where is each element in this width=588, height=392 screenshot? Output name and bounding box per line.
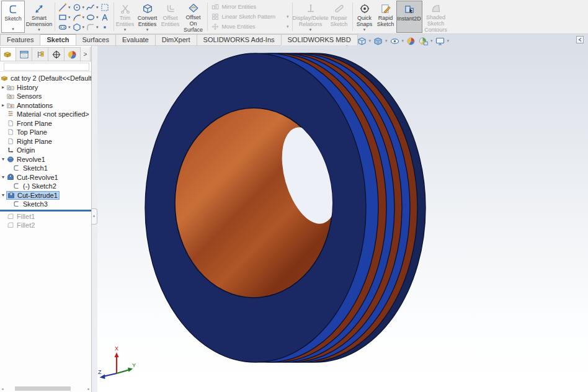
tree-item-cut-extrude1[interactable]: ▾ Cut-Extrude1 xyxy=(0,191,91,200)
expand-arrow[interactable]: ▾ xyxy=(0,156,6,162)
tree-item-annotations[interactable]: ▸ Annotations xyxy=(0,101,91,110)
point-icon xyxy=(100,22,110,32)
annotations-folder-icon xyxy=(6,101,15,110)
sketch-dropdown-caret[interactable]: ▾ xyxy=(12,27,14,32)
revolve-icon xyxy=(6,155,15,164)
rapid-sketch-button[interactable]: Rapid Sketch xyxy=(375,1,396,33)
rectangle-icon xyxy=(58,12,68,22)
convert-entities-caret[interactable]: ▾ xyxy=(146,27,149,33)
mirror-entities-icon xyxy=(211,2,220,11)
command-manager-ribbon: Sketch ▾ Smart Dimension ▾ ▾ ▾ ▾ ▾ ▾ ▾ xyxy=(0,0,588,34)
featuremanager-tab[interactable] xyxy=(0,47,16,61)
convert-entities-button[interactable]: Convert Entities ▾ xyxy=(135,1,160,33)
tab-surfaces[interactable]: Surfaces xyxy=(76,34,116,45)
polygon-tool[interactable]: ▾ xyxy=(72,22,85,32)
pattern-tools-column: Mirror Entities Linear Sketch Pattern ▾ … xyxy=(209,1,291,33)
triad-x-label: X xyxy=(115,345,118,352)
tree-item-sketch2[interactable]: (-) Sketch2 xyxy=(0,182,91,191)
ellipse-tool[interactable]: ▾ xyxy=(86,12,99,22)
line-icon xyxy=(58,2,68,12)
sketch-picture-icon xyxy=(100,2,110,12)
tree-item-fillet2[interactable]: Fillet2 xyxy=(0,221,91,230)
smart-dimension-dropdown-caret[interactable]: ▾ xyxy=(38,27,40,33)
arc-tool[interactable]: ▾ xyxy=(72,12,85,22)
tree-item-top-plane[interactable]: Top Plane xyxy=(0,128,91,137)
tree-item-cut-revolve1[interactable]: ▾ Cut-Revolve1 xyxy=(0,173,91,182)
scroll-right-arrow[interactable]: ▸ xyxy=(86,386,91,391)
tree-item-sensors[interactable]: Sensors xyxy=(0,92,91,101)
move-entities-button: Move Entities ▾ xyxy=(211,22,289,32)
displaymanager-tab[interactable] xyxy=(65,47,81,61)
tree-filter-input[interactable] xyxy=(4,63,89,71)
tree-item-fillet1[interactable]: Fillet1 xyxy=(0,212,91,221)
mirror-entities-button: Mirror Entities xyxy=(211,2,289,12)
history-folder-icon xyxy=(6,83,15,92)
ribbon-separator xyxy=(207,2,208,31)
convert-entities-icon xyxy=(142,2,153,15)
configurationmanager-icon xyxy=(35,50,46,60)
model-cat-toy-2[interactable]: X Y Z xyxy=(97,34,588,392)
repair-sketch-icon xyxy=(334,2,345,15)
expand-arrow[interactable]: ▾ xyxy=(0,174,6,180)
featuremanager-tree-icon xyxy=(2,50,14,60)
cut-extrude-icon xyxy=(7,191,16,200)
tree-item-part-root[interactable]: cat toy 2 (Default<<Default>_Display xyxy=(0,74,91,83)
fillet-icon xyxy=(6,212,15,221)
tab-evaluate[interactable]: Evaluate xyxy=(116,34,156,45)
tree-item-sketch1[interactable]: Sketch1 xyxy=(0,164,91,173)
tab-sketch[interactable]: Sketch xyxy=(40,34,76,45)
text-tool[interactable] xyxy=(100,12,110,22)
propertymanager-tab[interactable] xyxy=(16,47,32,61)
expand-arrow[interactable]: ▾ xyxy=(0,192,6,198)
rollback-bar[interactable] xyxy=(0,210,91,212)
offset-on-surface-button[interactable]: Offset On Surface xyxy=(181,1,206,33)
tree-item-right-plane[interactable]: Right Plane xyxy=(0,137,91,146)
tab-solidworks-add-ins[interactable]: SOLIDWORKS Add-Ins xyxy=(197,34,282,45)
graphics-area[interactable]: ▾ ▾ ▾ ▾ ▾ ▾ xyxy=(97,34,588,392)
smart-dimension-button[interactable]: Smart Dimension ▾ xyxy=(25,1,53,33)
rectangle-tool[interactable]: ▾ xyxy=(58,12,71,22)
tree-item-revolve1[interactable]: ▾ Revolve1 xyxy=(0,155,91,164)
selected-highlight: Cut-Extrude1 xyxy=(6,191,60,200)
expand-arrow[interactable]: ▸ xyxy=(0,84,6,90)
tree-item-front-plane[interactable]: Front Plane xyxy=(0,119,91,128)
tab-dimxpert[interactable]: DimXpert xyxy=(156,34,197,45)
expand-arrow[interactable]: ▸ xyxy=(0,102,6,108)
sketch-entity-grid: ▾ ▾ ▾ ▾ ▾ ▾ ▾ ▾ ▾ xyxy=(56,1,112,33)
dimxpertmanager-tab[interactable] xyxy=(48,47,65,61)
panel-horizontal-scrollbar[interactable]: ◂ ▸ xyxy=(0,386,91,391)
panel-splitter[interactable] xyxy=(92,46,97,392)
instant2d-button[interactable]: Instant2D xyxy=(396,1,422,33)
cut-revolve-icon xyxy=(6,173,15,182)
scrollbar-thumb[interactable] xyxy=(15,386,71,391)
plane-icon xyxy=(6,119,15,128)
tab-solidworks-mbd[interactable]: SOLIDWORKS MBD xyxy=(282,34,358,45)
quick-snaps-caret[interactable]: ▾ xyxy=(363,27,366,33)
spline-tool[interactable]: ▾ xyxy=(86,2,99,12)
configurationmanager-tab[interactable] xyxy=(32,47,48,61)
panel-tab-overflow-button[interactable]: > xyxy=(81,47,91,61)
slot-tool[interactable]: ▾ xyxy=(58,22,71,32)
ribbon-separator xyxy=(55,2,55,31)
sketch-feature-icon xyxy=(12,182,21,190)
circle-tool[interactable]: ▾ xyxy=(72,2,85,12)
propertymanager-icon xyxy=(19,50,30,60)
sketch-icon xyxy=(7,2,19,16)
repair-sketch-button: Repair Sketch xyxy=(327,1,351,33)
sketch-picture-tool[interactable] xyxy=(100,2,110,12)
scroll-left-arrow[interactable]: ◂ xyxy=(0,386,5,391)
dimxpertmanager-icon xyxy=(51,50,62,60)
line-tool[interactable]: ▾ xyxy=(58,2,71,12)
tab-features[interactable]: Features xyxy=(0,34,40,45)
sketch-fillet-tool[interactable]: ▾ xyxy=(86,22,99,32)
sketch-button[interactable]: Sketch ▾ xyxy=(1,1,25,33)
tree-item-history[interactable]: ▸ History xyxy=(0,83,91,92)
solidworks-window: Sketch ▾ Smart Dimension ▾ ▾ ▾ ▾ ▾ ▾ ▾ xyxy=(0,0,588,392)
tree-item-origin[interactable]: Origin xyxy=(0,146,91,155)
splitter-handle[interactable] xyxy=(92,208,97,225)
quick-snaps-button[interactable]: Quick Snaps ▾ xyxy=(354,1,375,33)
feature-tree: cat toy 2 (Default<<Default>_Display ▸ H… xyxy=(0,72,91,230)
tree-item-sketch3[interactable]: Sketch3 xyxy=(0,200,91,209)
tree-item-material[interactable]: Material <not specified> xyxy=(0,110,91,119)
point-tool[interactable] xyxy=(100,22,110,32)
